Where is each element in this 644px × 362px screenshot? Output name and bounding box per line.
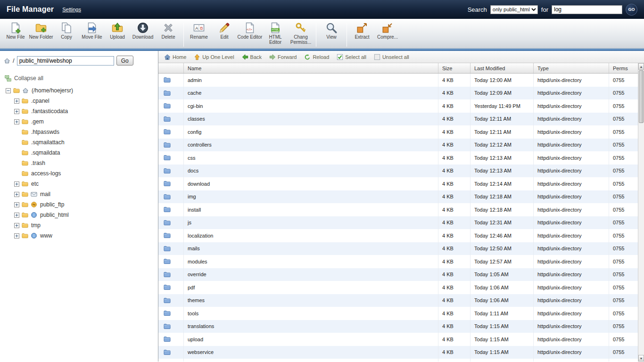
nav-select-all[interactable]: Select all: [337, 54, 366, 60]
table-row-css[interactable]: css4 KBToday 12:13 AMhttpd/unix-director…: [158, 151, 644, 165]
search-go-button[interactable]: GO: [626, 4, 637, 16]
tree-item-tmp[interactable]: tmp: [0, 220, 158, 230]
toolbar-button-chang-permiss[interactable]: Chang Permiss...: [288, 21, 314, 45]
nav-back[interactable]: Back: [242, 54, 262, 60]
table-row-install[interactable]: install4 KBToday 12:18 AMhttpd/unix-dire…: [158, 203, 644, 216]
nav-forward[interactable]: Forward: [269, 54, 297, 60]
scroll-up-button[interactable]: ▲: [638, 63, 644, 70]
vertical-scrollbar[interactable]: ▲ ▼: [638, 63, 644, 362]
column-header-type[interactable]: Type: [534, 63, 609, 73]
table-row-cgi-bin[interactable]: cgi-bin4 KBYesterday 11:49 PMhttpd/unix-…: [158, 99, 644, 113]
toolbar-button-download[interactable]: Download: [130, 21, 156, 40]
table-row-config[interactable]: config4 KBToday 12:11 AMhttpd/unix-direc…: [158, 125, 644, 139]
nav-reload[interactable]: Reload: [304, 54, 329, 60]
toolbar-button-code-editor[interactable]: </>Code Editor: [237, 21, 263, 40]
tree-item-trash[interactable]: .trash: [0, 158, 158, 168]
tree-item-fantasticodata[interactable]: .fantasticodata: [0, 106, 158, 116]
table-row-js[interactable]: js4 KBToday 12:31 AMhttpd/unix-directory…: [158, 216, 644, 230]
tree-item-sqmailattach[interactable]: .sqmailattach: [0, 137, 158, 148]
file-type: httpd/unix-directory: [534, 307, 609, 320]
scrollbar-thumb[interactable]: [639, 70, 644, 123]
toolbar-button-edit[interactable]: Edit: [212, 21, 237, 40]
toolbar-button-delete[interactable]: Delete: [156, 21, 181, 40]
file-type: httpd/unix-directory: [534, 74, 609, 87]
path-go-button[interactable]: Go: [116, 56, 133, 66]
table-row-cache[interactable]: cache4 KBToday 12:09 AMhttpd/unix-direct…: [158, 87, 644, 100]
toolbar-button-view[interactable]: View: [319, 21, 344, 40]
tree-item-public-ftp[interactable]: public_ftp: [0, 199, 158, 210]
table-row-webservice[interactable]: webservice4 KBToday 1:15 AMhttpd/unix-di…: [158, 346, 644, 359]
tree-item-home-hoejersr[interactable]: (/home/hoejersr): [0, 85, 158, 96]
toolbar-button-rename[interactable]: ABRename: [186, 21, 212, 40]
file-name: webservice: [184, 346, 438, 359]
tree-item-mail[interactable]: mail: [0, 189, 158, 199]
toolbar-button-html-editor[interactable]: HTMLHTML Editor: [263, 21, 288, 45]
column-header-last-modified[interactable]: Last Modified: [471, 63, 534, 73]
search-scope-select[interactable]: only public_html: [490, 5, 538, 14]
toolbar-button-new-file[interactable]: New File: [3, 21, 28, 40]
tree-expander-plus-icon[interactable]: [14, 119, 19, 124]
path-input[interactable]: [17, 56, 114, 66]
settings-link[interactable]: Settings: [62, 7, 81, 12]
table-row-localization[interactable]: localization4 KBToday 12:46 AMhttpd/unix…: [158, 229, 644, 242]
nav-home[interactable]: Home: [164, 54, 186, 60]
scroll-down-button[interactable]: ▼: [638, 355, 644, 362]
table-row-tools[interactable]: tools4 KBToday 1:11 AMhttpd/unix-directo…: [158, 307, 644, 320]
table-row-admin[interactable]: admin4 KBToday 12:00 AMhttpd/unix-direct…: [158, 74, 644, 87]
tree-expander-plus-icon[interactable]: [14, 192, 19, 197]
collapse-all[interactable]: Collapse all: [5, 75, 158, 82]
tree-expander-plus-icon[interactable]: [14, 109, 19, 114]
search-input[interactable]: [552, 5, 622, 14]
svg-text:HTML: HTML: [272, 28, 279, 31]
toolbar-button-new-folder[interactable]: New Folder: [28, 21, 54, 40]
tree-item-gem[interactable]: .gem: [0, 116, 158, 127]
tree-item-cpanel[interactable]: .cpanel: [0, 96, 158, 106]
tree-expander-plus-icon[interactable]: [14, 233, 19, 239]
globe-emblem-icon: [30, 212, 38, 218]
tree-expander-minus-icon[interactable]: [6, 88, 11, 93]
tree-expander-plus-icon[interactable]: [14, 213, 19, 218]
table-row-themes[interactable]: themes4 KBToday 1:06 AMhttpd/unix-direct…: [158, 294, 644, 307]
nav-item-label: Select all: [345, 54, 366, 60]
tree-item-label: .trash: [31, 160, 45, 166]
table-row-img[interactable]: img4 KBToday 12:18 AMhttpd/unix-director…: [158, 190, 644, 204]
tree-expander-plus-icon[interactable]: [14, 223, 19, 228]
tree-expander-plus-icon[interactable]: [14, 202, 19, 207]
file-size: 4 KB: [438, 281, 471, 294]
table-row-docs[interactable]: docs4 KBToday 12:13 AMhttpd/unix-directo…: [158, 165, 644, 178]
nav-up-one-level[interactable]: Up One Level: [194, 54, 234, 60]
column-header-size[interactable]: Size: [438, 63, 471, 73]
column-header-icon[interactable]: [158, 63, 184, 73]
main-area: / Go Collapse all (/home/hoejersr).cpane…: [0, 51, 644, 362]
tree-item-htpasswds[interactable]: .htpasswds: [0, 127, 158, 137]
tree-spacer: [14, 130, 19, 135]
table-row-controllers[interactable]: controllers4 KBToday 12:12 AMhttpd/unix-…: [158, 139, 644, 152]
table-row-override[interactable]: override4 KBToday 1:05 AMhttpd/unix-dire…: [158, 268, 644, 281]
file-modified: Today 1:15 AM: [471, 346, 534, 359]
file-size: 4 KB: [438, 333, 471, 346]
nav-unselect-all[interactable]: Unselect all: [374, 54, 409, 60]
column-header-name[interactable]: Name: [184, 63, 438, 73]
tree-expander-plus-icon[interactable]: [14, 99, 19, 104]
file-type: httpd/unix-directory: [534, 139, 609, 152]
table-row-classes[interactable]: classes4 KBToday 12:11 AMhttpd/unix-dire…: [158, 113, 644, 126]
table-row-pdf[interactable]: pdf4 KBToday 1:06 AMhttpd/unix-directory…: [158, 281, 644, 294]
table-row[interactable]: 202 KB0644: [158, 359, 644, 362]
toolbar-button-upload[interactable]: Upload: [105, 21, 130, 40]
toolbar-button-extract[interactable]: Extract: [349, 21, 375, 40]
toolbar-button-compre[interactable]: Compre...: [375, 21, 400, 40]
tree-item-www[interactable]: www: [0, 230, 158, 241]
tree-item-sqmaildata[interactable]: .sqmaildata: [0, 148, 158, 158]
toolbar-button-copy[interactable]: Copy: [54, 21, 79, 40]
tree-item-etc[interactable]: etc: [0, 179, 158, 189]
tree-expander-plus-icon[interactable]: [14, 181, 19, 187]
tree-item-access-logs[interactable]: access-logs: [0, 168, 158, 179]
tree-item-public-html[interactable]: public_html: [0, 210, 158, 220]
folder-icon: [21, 149, 29, 156]
table-row-download[interactable]: download4 KBToday 12:14 AMhttpd/unix-dir…: [158, 177, 644, 190]
table-row-modules[interactable]: modules4 KBToday 12:57 AMhttpd/unix-dire…: [158, 255, 644, 268]
table-row-mails[interactable]: mails4 KBToday 12:50 AMhttpd/unix-direct…: [158, 242, 644, 255]
table-row-translations[interactable]: translations4 KBToday 1:15 AMhttpd/unix-…: [158, 320, 644, 333]
table-row-upload[interactable]: upload4 KBToday 1:15 AMhttpd/unix-direct…: [158, 333, 644, 346]
toolbar-button-move-file[interactable]: Move File: [79, 21, 105, 40]
